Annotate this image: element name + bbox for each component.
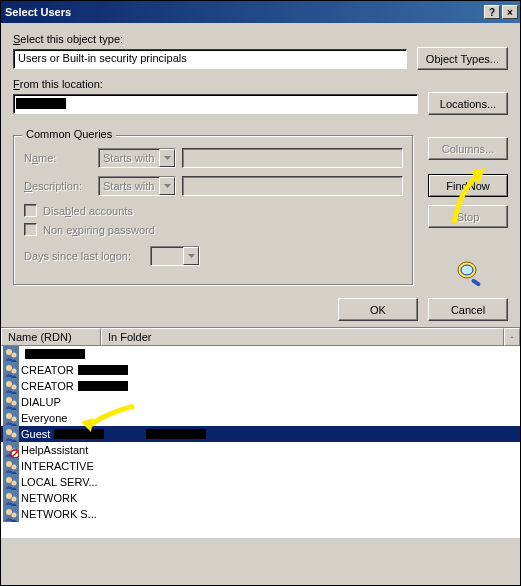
titlebar: Select Users ? ×: [1, 1, 520, 23]
col-folder[interactable]: In Folder: [101, 328, 504, 346]
list-item[interactable]: NETWORK S...: [1, 506, 520, 522]
person-icon: [3, 458, 19, 474]
close-button[interactable]: ×: [502, 5, 518, 19]
list-header: Name (RDN) In Folder: [1, 328, 520, 346]
find-now-button[interactable]: Find Now: [428, 174, 508, 197]
object-type-field[interactable]: Users or Built-in security principals: [13, 49, 407, 69]
cancel-button[interactable]: Cancel: [428, 298, 508, 321]
person-icon: [3, 378, 19, 394]
person-icon: [3, 362, 19, 378]
row-name: DIALUP: [21, 396, 61, 408]
desc-input: [182, 176, 403, 196]
row-name: CREATOR: [21, 380, 74, 392]
list-item[interactable]: Everyone: [1, 410, 520, 426]
person-icon: [3, 490, 19, 506]
stop-button: Stop: [428, 205, 508, 228]
desc-mode-combo: Starts with: [98, 176, 176, 196]
person-blocked-icon: [3, 442, 19, 458]
list-item[interactable]: CREATOR: [1, 378, 520, 394]
list-item[interactable]: Guest: [1, 426, 520, 442]
columns-button: Columns...: [428, 137, 508, 160]
days-combo: [150, 246, 200, 266]
row-name: INTERACTIVE: [21, 460, 94, 472]
list-item[interactable]: HelpAssistant: [1, 442, 520, 458]
days-label: Days since last logon:: [24, 250, 144, 262]
location-label: From this location:: [13, 78, 508, 90]
locations-button[interactable]: Locations...: [428, 92, 508, 115]
person-icon: [3, 410, 19, 426]
row-name: Everyone: [21, 412, 67, 424]
redacted-block: [16, 98, 66, 109]
name-mode-combo: Starts with: [98, 148, 176, 168]
person-icon: [3, 394, 19, 410]
row-name: CREATOR: [21, 364, 74, 376]
row-name: NETWORK: [21, 492, 77, 504]
object-types-button[interactable]: Object Types...: [417, 47, 508, 70]
group-legend: Common Queries: [22, 128, 116, 140]
svg-rect-9: [471, 278, 481, 287]
redacted-block: [54, 429, 104, 439]
list-item[interactable]: CREATOR: [1, 362, 520, 378]
list-item[interactable]: DIALUP: [1, 394, 520, 410]
disabled-accounts-checkbox: Disabled accounts: [24, 204, 403, 217]
person-icon: [3, 426, 19, 442]
object-type-label: Select this object type:: [13, 33, 508, 45]
help-button[interactable]: ?: [484, 5, 500, 19]
row-name: Guest: [21, 428, 50, 440]
redacted-block: [25, 349, 85, 359]
chevron-down-icon: [159, 149, 175, 167]
list-item[interactable]: INTERACTIVE: [1, 458, 520, 474]
checkbox-icon: [24, 223, 37, 236]
person-icon: [3, 346, 19, 362]
chevron-down-icon: [159, 177, 175, 195]
window-title: Select Users: [5, 6, 484, 18]
row-name: NETWORK S...: [21, 508, 97, 520]
list-item[interactable]: LOCAL SERV...: [1, 474, 520, 490]
scroll-up-icon[interactable]: [504, 328, 520, 346]
results-list: Name (RDN) In Folder CREATORCREATORDIALU…: [1, 327, 520, 538]
row-name: LOCAL SERV...: [21, 476, 98, 488]
common-queries-group: Common Queries Name: Starts with Descrip…: [13, 135, 414, 286]
chevron-down-icon: [183, 247, 199, 265]
redacted-block: [78, 381, 128, 391]
redacted-block: [78, 365, 128, 375]
checkbox-icon: [24, 204, 37, 217]
redacted-block: [146, 429, 206, 439]
non-expiring-checkbox: Non expiring password: [24, 223, 403, 236]
svg-point-8: [461, 265, 473, 275]
person-icon: [3, 506, 19, 522]
location-field[interactable]: [13, 94, 418, 114]
name-label: Name:: [24, 152, 92, 164]
row-name: HelpAssistant: [21, 444, 88, 456]
list-item[interactable]: [1, 346, 520, 362]
person-icon: [3, 474, 19, 490]
search-icon: [453, 258, 483, 286]
name-input: [182, 148, 403, 168]
desc-label: Description:: [24, 180, 92, 192]
ok-button[interactable]: OK: [338, 298, 418, 321]
list-item[interactable]: NETWORK: [1, 490, 520, 506]
col-name[interactable]: Name (RDN): [1, 328, 101, 346]
